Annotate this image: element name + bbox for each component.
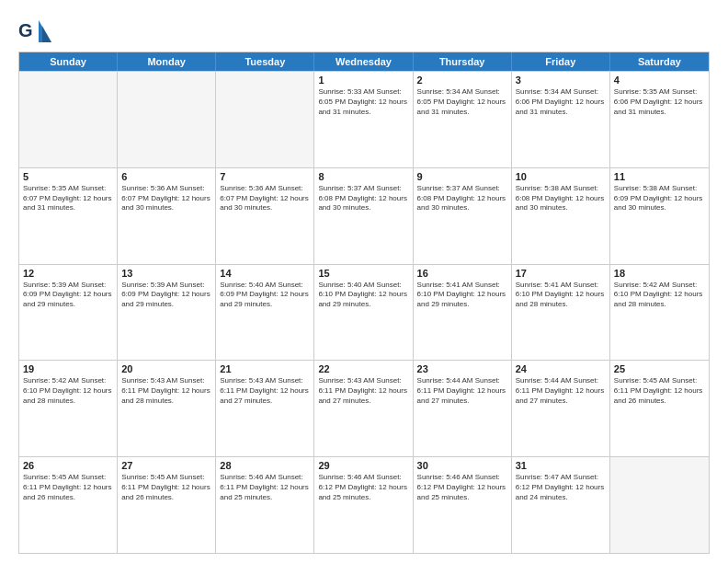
day-number: 21	[220, 363, 310, 374]
svg-text:G: G	[18, 20, 33, 40]
day-info: Sunrise: 5:37 AM Sunset: 6:08 PM Dayligh…	[417, 184, 507, 213]
day-number: 31	[516, 460, 606, 471]
day-cell-16: 16Sunrise: 5:41 AM Sunset: 6:10 PM Dayli…	[414, 265, 512, 361]
day-info: Sunrise: 5:45 AM Sunset: 6:11 PM Dayligh…	[121, 473, 211, 502]
day-info: Sunrise: 5:43 AM Sunset: 6:11 PM Dayligh…	[318, 376, 408, 406]
day-number: 9	[417, 171, 507, 182]
day-cell-8: 8Sunrise: 5:37 AM Sunset: 6:08 PM Daylig…	[314, 168, 413, 264]
page: G SundayMondayTuesdayWednesdayThursdayFr…	[0, 0, 728, 563]
day-number: 10	[516, 171, 606, 182]
day-info: Sunrise: 5:39 AM Sunset: 6:09 PM Dayligh…	[121, 281, 211, 310]
calendar-week-4: 19Sunrise: 5:42 AM Sunset: 6:10 PM Dayli…	[19, 360, 709, 456]
day-number: 25	[614, 363, 705, 374]
logo-icon: G	[18, 17, 51, 44]
day-cell-9: 9Sunrise: 5:37 AM Sunset: 6:08 PM Daylig…	[414, 168, 512, 264]
day-info: Sunrise: 5:41 AM Sunset: 6:10 PM Dayligh…	[417, 281, 507, 310]
day-number: 7	[220, 171, 310, 182]
day-cell-18: 18Sunrise: 5:42 AM Sunset: 6:10 PM Dayli…	[610, 265, 709, 361]
empty-cell	[19, 72, 118, 167]
day-info: Sunrise: 5:47 AM Sunset: 6:12 PM Dayligh…	[516, 473, 606, 502]
day-cell-23: 23Sunrise: 5:44 AM Sunset: 6:11 PM Dayli…	[414, 361, 512, 456]
day-cell-5: 5Sunrise: 5:35 AM Sunset: 6:07 PM Daylig…	[19, 168, 118, 264]
day-cell-22: 22Sunrise: 5:43 AM Sunset: 6:11 PM Dayli…	[314, 361, 413, 456]
day-cell-28: 28Sunrise: 5:46 AM Sunset: 6:11 PM Dayli…	[216, 457, 314, 553]
day-info: Sunrise: 5:35 AM Sunset: 6:06 PM Dayligh…	[614, 87, 705, 117]
weekday-header-saturday: Saturday	[610, 52, 709, 71]
day-cell-17: 17Sunrise: 5:41 AM Sunset: 6:10 PM Dayli…	[512, 265, 610, 361]
day-number: 18	[614, 268, 705, 279]
day-info: Sunrise: 5:43 AM Sunset: 6:11 PM Dayligh…	[121, 376, 211, 406]
day-number: 14	[220, 268, 310, 279]
day-cell-3: 3Sunrise: 5:34 AM Sunset: 6:06 PM Daylig…	[512, 72, 610, 167]
day-cell-15: 15Sunrise: 5:40 AM Sunset: 6:10 PM Dayli…	[314, 265, 413, 361]
day-info: Sunrise: 5:44 AM Sunset: 6:11 PM Dayligh…	[516, 376, 606, 406]
day-info: Sunrise: 5:36 AM Sunset: 6:07 PM Dayligh…	[220, 184, 310, 213]
day-info: Sunrise: 5:46 AM Sunset: 6:11 PM Dayligh…	[220, 473, 310, 502]
day-info: Sunrise: 5:46 AM Sunset: 6:12 PM Dayligh…	[417, 473, 507, 502]
header: G	[18, 17, 710, 44]
calendar-body: 1Sunrise: 5:33 AM Sunset: 6:05 PM Daylig…	[19, 71, 709, 553]
day-info: Sunrise: 5:37 AM Sunset: 6:08 PM Dayligh…	[318, 184, 408, 213]
day-cell-21: 21Sunrise: 5:43 AM Sunset: 6:11 PM Dayli…	[216, 361, 314, 456]
day-cell-11: 11Sunrise: 5:38 AM Sunset: 6:09 PM Dayli…	[610, 168, 709, 264]
day-number: 6	[121, 171, 211, 182]
day-info: Sunrise: 5:40 AM Sunset: 6:10 PM Dayligh…	[318, 281, 408, 310]
day-info: Sunrise: 5:41 AM Sunset: 6:10 PM Dayligh…	[516, 281, 606, 310]
day-info: Sunrise: 5:45 AM Sunset: 6:11 PM Dayligh…	[614, 376, 705, 406]
day-cell-13: 13Sunrise: 5:39 AM Sunset: 6:09 PM Dayli…	[118, 265, 216, 361]
day-cell-25: 25Sunrise: 5:45 AM Sunset: 6:11 PM Dayli…	[610, 361, 709, 456]
day-cell-24: 24Sunrise: 5:44 AM Sunset: 6:11 PM Dayli…	[512, 361, 610, 456]
day-cell-2: 2Sunrise: 5:34 AM Sunset: 6:05 PM Daylig…	[414, 72, 512, 167]
day-number: 29	[318, 460, 408, 471]
day-info: Sunrise: 5:35 AM Sunset: 6:07 PM Dayligh…	[23, 184, 113, 213]
day-number: 11	[614, 171, 705, 182]
calendar-week-1: 1Sunrise: 5:33 AM Sunset: 6:05 PM Daylig…	[19, 71, 709, 167]
day-info: Sunrise: 5:34 AM Sunset: 6:06 PM Dayligh…	[516, 87, 606, 117]
day-cell-10: 10Sunrise: 5:38 AM Sunset: 6:08 PM Dayli…	[512, 168, 610, 264]
day-number: 8	[318, 171, 408, 182]
day-info: Sunrise: 5:46 AM Sunset: 6:12 PM Dayligh…	[318, 473, 408, 502]
day-cell-1: 1Sunrise: 5:33 AM Sunset: 6:05 PM Daylig…	[314, 72, 413, 167]
day-number: 3	[516, 75, 606, 86]
weekday-header-tuesday: Tuesday	[216, 52, 314, 71]
empty-cell	[216, 72, 314, 167]
day-cell-20: 20Sunrise: 5:43 AM Sunset: 6:11 PM Dayli…	[118, 361, 216, 456]
svg-marker-2	[42, 26, 51, 42]
day-info: Sunrise: 5:43 AM Sunset: 6:11 PM Dayligh…	[220, 376, 310, 406]
day-cell-4: 4Sunrise: 5:35 AM Sunset: 6:06 PM Daylig…	[610, 72, 709, 167]
calendar-week-5: 26Sunrise: 5:45 AM Sunset: 6:11 PM Dayli…	[19, 456, 709, 553]
empty-cell	[610, 457, 709, 553]
day-info: Sunrise: 5:38 AM Sunset: 6:09 PM Dayligh…	[614, 184, 705, 213]
day-info: Sunrise: 5:45 AM Sunset: 6:11 PM Dayligh…	[23, 473, 113, 502]
day-number: 24	[516, 363, 606, 374]
day-number: 30	[417, 460, 507, 471]
weekday-header-wednesday: Wednesday	[314, 52, 413, 71]
day-info: Sunrise: 5:33 AM Sunset: 6:05 PM Dayligh…	[318, 87, 408, 117]
day-info: Sunrise: 5:42 AM Sunset: 6:10 PM Dayligh…	[23, 376, 113, 406]
weekday-header-friday: Friday	[512, 52, 610, 71]
day-info: Sunrise: 5:44 AM Sunset: 6:11 PM Dayligh…	[417, 376, 507, 406]
weekday-header-sunday: Sunday	[19, 52, 118, 71]
day-number: 26	[23, 460, 113, 471]
day-number: 1	[318, 75, 408, 86]
day-number: 19	[23, 363, 113, 374]
day-number: 15	[318, 268, 408, 279]
day-info: Sunrise: 5:39 AM Sunset: 6:09 PM Dayligh…	[23, 281, 113, 310]
calendar-week-3: 12Sunrise: 5:39 AM Sunset: 6:09 PM Dayli…	[19, 264, 709, 361]
day-number: 13	[121, 268, 211, 279]
day-info: Sunrise: 5:38 AM Sunset: 6:08 PM Dayligh…	[516, 184, 606, 213]
day-cell-7: 7Sunrise: 5:36 AM Sunset: 6:07 PM Daylig…	[216, 168, 314, 264]
day-cell-27: 27Sunrise: 5:45 AM Sunset: 6:11 PM Dayli…	[118, 457, 216, 553]
day-cell-29: 29Sunrise: 5:46 AM Sunset: 6:12 PM Dayli…	[314, 457, 413, 553]
day-number: 17	[516, 268, 606, 279]
day-info: Sunrise: 5:40 AM Sunset: 6:09 PM Dayligh…	[220, 281, 310, 310]
day-number: 2	[417, 75, 507, 86]
day-number: 5	[23, 171, 113, 182]
logo: G	[18, 17, 55, 44]
empty-cell	[118, 72, 216, 167]
calendar-header-row: SundayMondayTuesdayWednesdayThursdayFrid…	[19, 52, 709, 71]
day-number: 4	[614, 75, 705, 86]
day-number: 20	[121, 363, 211, 374]
calendar: SundayMondayTuesdayWednesdayThursdayFrid…	[18, 52, 710, 554]
day-number: 16	[417, 268, 507, 279]
